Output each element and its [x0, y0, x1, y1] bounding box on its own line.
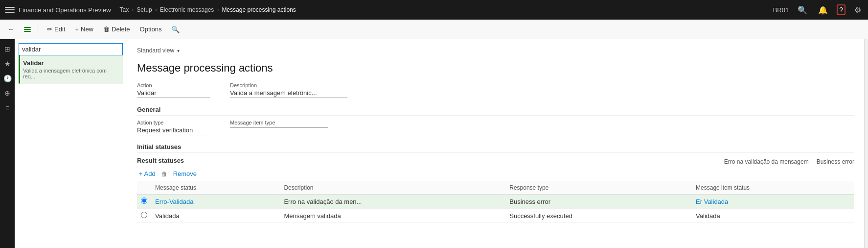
options-label: Options [140, 25, 162, 33]
description-label: Description [230, 82, 347, 88]
nav-modules-icon[interactable]: ≡ [1, 102, 13, 114]
back-button[interactable]: ← [4, 24, 18, 35]
row-message-item-status[interactable]: Er Validada [692, 195, 854, 209]
nav-favorites-icon[interactable]: ★ [1, 58, 13, 70]
menu-button[interactable] [20, 25, 35, 34]
options-button[interactable]: Options [136, 24, 166, 35]
row-description: Erro na validação da men... [280, 195, 505, 209]
table-header-row: Message status Description Response type… [137, 181, 854, 195]
content-area: Standard view ▾ Message processing actio… [127, 39, 864, 248]
edit-label: Edit [54, 25, 65, 33]
edit-icon: ✏ [47, 25, 52, 33]
nav-home-icon[interactable]: ⊞ [1, 43, 13, 55]
action-label: Action [137, 82, 210, 88]
breadcrumb-setup[interactable]: Setup [137, 6, 152, 13]
row-radio-cell [137, 195, 151, 209]
row-radio-cell [137, 209, 151, 223]
message-item-type-value [230, 126, 328, 128]
result-statuses-right-info: Erro na validação da mensagem Business e… [724, 158, 854, 165]
edit-button[interactable]: ✏ Edit [43, 24, 69, 35]
message-item-type-label: Message item type [230, 120, 328, 125]
help-icon[interactable]: ? [837, 4, 845, 15]
filter-search-input[interactable] [19, 43, 123, 55]
main-layout: ⊞ ★ 🕐 ⊕ ≡ Validar Valida a mensagem elet… [0, 39, 868, 248]
action-type-label: Action type [137, 120, 210, 125]
grid-menu-icon[interactable] [5, 5, 15, 15]
top-navigation: Finance and Operations Preview Tax › Set… [0, 0, 868, 20]
new-button[interactable]: + New [71, 24, 97, 35]
general-section-header: General [137, 106, 854, 116]
result-statuses-table: Message status Description Response type… [137, 181, 854, 223]
action-description-row: Action Validar Description Valida a mens… [137, 82, 854, 98]
breadcrumb-sep-3: › [217, 6, 219, 13]
search-top-icon[interactable]: 🔍 [796, 4, 809, 16]
row-message-status[interactable]: Erro-Validada [151, 195, 280, 209]
table-row[interactable]: Erro-ValidadaErro na validação da men...… [137, 195, 854, 209]
breadcrumb-current: Message processing actions [222, 6, 296, 13]
app-title: Finance and Operations Preview [19, 6, 111, 14]
initial-statuses-header: Initial statuses [137, 143, 854, 153]
row-message-status: Validada [151, 209, 280, 223]
col-message-item-status: Message item status [692, 181, 854, 195]
result-right-label-1: Erro na validação da mensagem [724, 158, 809, 165]
row-response-type: Successfully executed [505, 209, 692, 223]
filter-item-title: Validar [23, 59, 120, 67]
result-statuses-header: Result statuses [137, 157, 184, 166]
back-icon: ← [8, 25, 14, 33]
breadcrumb-tax[interactable]: Tax [120, 6, 129, 13]
page-header: Standard view ▾ [137, 47, 854, 54]
add-button[interactable]: + Add [137, 169, 158, 178]
nav-workspaces-icon[interactable]: ⊕ [1, 87, 13, 99]
settings-icon[interactable]: ⚙ [852, 4, 863, 16]
toolbar: ← ✏ Edit + New 🗑 Delete Options 🔍 [0, 20, 868, 39]
delete-icon: 🗑 [103, 25, 110, 33]
action-field: Action Validar [137, 82, 210, 98]
menu-icon [24, 27, 31, 32]
result-statuses-header-row: Result statuses Erro na validação da men… [137, 157, 854, 166]
row-radio-input[interactable] [141, 198, 147, 204]
filter-item-validar[interactable]: Validar Valida a mensagem eletrônica com… [19, 55, 123, 84]
page-title: Message processing actions [137, 62, 854, 74]
filter-panel: Validar Valida a mensagem eletrônica com… [15, 39, 127, 248]
result-right-label-2: Business error [817, 158, 854, 165]
delete-label: Delete [112, 25, 130, 33]
view-label[interactable]: Standard view [137, 47, 174, 54]
breadcrumb-electronic[interactable]: Electronic messages [160, 6, 214, 13]
new-plus-icon: + [75, 25, 79, 33]
col-description: Description [280, 181, 505, 195]
row-radio-input[interactable] [141, 212, 147, 218]
description-value: Valida a mensagem eletrônic... [230, 89, 347, 98]
top-nav-right: BR01 🔍 🔔 ? ⚙ [773, 4, 863, 16]
action-type-value: Request verification [137, 126, 210, 135]
remove-button[interactable]: Remove [171, 169, 199, 178]
breadcrumb-sep-2: › [155, 6, 157, 13]
new-label: New [81, 25, 93, 33]
region-label: BR01 [773, 6, 789, 14]
left-sidebar: ⊞ ★ 🕐 ⊕ ≡ [0, 39, 15, 248]
remove-trash-icon: 🗑 [161, 171, 167, 177]
action-type-field: Action type Request verification [137, 120, 210, 135]
filter-item-subtitle: Valida a mensagem eletrônica com req... [23, 68, 120, 79]
message-item-type-field: Message item type [230, 120, 328, 135]
description-field: Description Valida a mensagem eletrônic.… [230, 82, 347, 98]
action-value: Validar [137, 89, 210, 98]
row-response-type: Business error [505, 195, 692, 209]
right-scrollbar[interactable] [864, 39, 868, 248]
notification-icon[interactable]: 🔔 [816, 4, 830, 16]
row-description: Mensagem validada [280, 209, 505, 223]
toolbar-search-button[interactable]: 🔍 [169, 24, 182, 35]
col-radio [137, 181, 151, 195]
row-message-item-status: Validada [692, 209, 854, 223]
toolbar-divider-1 [39, 24, 39, 35]
result-statuses-actions: + Add 🗑 Remove [137, 169, 854, 178]
col-message-status: Message status [151, 181, 280, 195]
view-chevron-icon: ▾ [177, 48, 180, 53]
breadcrumb: Tax › Setup › Electronic messages › Mess… [120, 6, 296, 13]
col-response-type: Response type [505, 181, 692, 195]
nav-recent-icon[interactable]: 🕐 [1, 73, 13, 84]
table-row[interactable]: ValidadaMensagem validadaSuccessfully ex… [137, 209, 854, 223]
delete-button[interactable]: 🗑 Delete [99, 24, 134, 35]
breadcrumb-sep-1: › [132, 6, 134, 13]
general-row: Action type Request verification Message… [137, 120, 854, 135]
